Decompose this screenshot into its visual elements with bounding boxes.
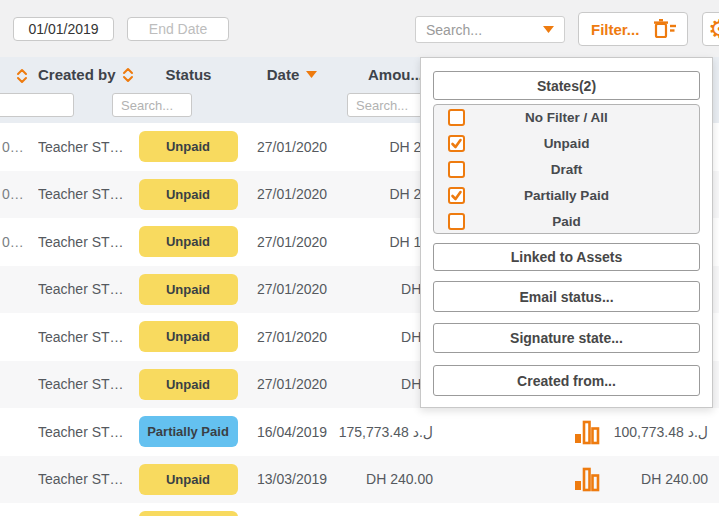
filter-button-label: Filter... xyxy=(591,21,639,38)
start-date-input[interactable] xyxy=(13,17,114,41)
column-search-input[interactable] xyxy=(0,93,74,117)
status-cell: Unpaid xyxy=(138,313,238,361)
checkbox-icon[interactable] xyxy=(448,161,465,178)
toolbar: Search... Filter... ⚙ xyxy=(0,0,719,57)
state-filter-option-label: Draft xyxy=(434,157,699,183)
status-badge: Unpaid xyxy=(139,131,238,162)
amount-cell: DH 240.00 xyxy=(280,456,433,504)
sort-desc-icon xyxy=(306,71,317,78)
invoice-number-cell xyxy=(2,361,34,409)
state-filter-option[interactable]: No Filter / All xyxy=(434,105,699,131)
amount-cell: DH 2... xyxy=(280,123,433,171)
amount-cell: DH... xyxy=(280,313,433,361)
status-badge: Unpaid xyxy=(139,369,238,400)
created-by-cell: Teacher ST… xyxy=(38,171,138,219)
status-badge: Unpaid xyxy=(139,274,238,305)
created-by-cell xyxy=(38,503,138,516)
chevron-down-icon xyxy=(543,26,554,33)
column-header-status[interactable]: Status xyxy=(140,66,237,83)
end-date-input[interactable] xyxy=(127,17,229,41)
status-badge: Unpaid xyxy=(139,179,238,210)
status-cell: Partially Paid xyxy=(138,408,238,456)
date-label: Date xyxy=(267,66,300,83)
created-by-cell: Teacher ST… xyxy=(38,408,138,456)
created-by-cell: Teacher ST… xyxy=(38,313,138,361)
state-filter-option-label: Paid xyxy=(434,209,699,234)
column-header-created-by[interactable]: Created by xyxy=(38,66,134,83)
status-badge: Unpaid xyxy=(139,321,238,352)
invoice-number-cell xyxy=(2,266,34,314)
amount-cell xyxy=(280,503,433,516)
invoice-number-cell: 0… xyxy=(2,171,34,219)
table-row[interactable]: Teacher ST… Unpaid 13/03/2019 DH 240.00 … xyxy=(0,456,719,504)
status-cell: Unpaid xyxy=(138,456,238,504)
status-cell: Unpaid xyxy=(138,123,238,171)
amount-cell: DH... xyxy=(280,361,433,409)
amount-cell: ل.د 175,773.48 xyxy=(280,408,433,456)
gear-icon: ⚙ xyxy=(708,16,719,42)
status-badge: Unpaid xyxy=(139,226,238,257)
clear-filter-icon xyxy=(653,19,677,39)
checkbox-icon[interactable] xyxy=(448,213,465,230)
invoice-number-cell xyxy=(2,456,34,504)
table-row[interactable]: Teacher ST… Partially Paid 16/04/2019 ل.… xyxy=(0,408,719,456)
created-by-cell: Teacher ST… xyxy=(38,456,138,504)
email-status-button[interactable]: Email status... xyxy=(433,281,700,312)
amount-due-cell: ل.د 100,773.48 xyxy=(538,408,708,456)
status-cell: Unpaid xyxy=(138,503,238,516)
created-by-cell: Teacher ST… xyxy=(38,361,138,409)
invoice-number-cell xyxy=(2,313,34,361)
created-by-cell: Teacher ST… xyxy=(38,123,138,171)
created-from-button[interactable]: Created from... xyxy=(433,365,700,396)
invoice-number-cell xyxy=(2,408,34,456)
amount-due-cell: DH 240.00 xyxy=(538,456,708,504)
toolbar-search-select[interactable]: Search... xyxy=(415,16,565,43)
invoice-number-cell: 0… xyxy=(2,123,34,171)
column-header-date[interactable]: Date xyxy=(248,66,336,83)
amount-due-cell xyxy=(538,503,708,516)
state-filter-option[interactable]: Draft xyxy=(434,157,699,183)
amount-cell: DH... xyxy=(280,266,433,314)
column-header-amount[interactable]: Amou... xyxy=(368,66,423,83)
signature-state-button[interactable]: Signature state... xyxy=(433,323,700,353)
status-badge: Unpaid xyxy=(139,464,238,495)
invoice-number-cell xyxy=(2,503,34,516)
checkbox-icon[interactable] xyxy=(448,187,465,204)
filter-button[interactable]: Filter... xyxy=(578,12,688,46)
state-filter-option[interactable]: Partially Paid xyxy=(434,183,699,209)
invoice-number-cell: 0… xyxy=(2,218,34,266)
settings-button[interactable]: ⚙ xyxy=(702,12,719,46)
status-badge: Partially Paid xyxy=(139,416,238,447)
linked-to-assets-button[interactable]: Linked to Assets xyxy=(433,243,700,271)
created-by-label: Created by xyxy=(38,66,116,83)
status-cell: Unpaid xyxy=(138,266,238,314)
sort-icon[interactable] xyxy=(122,67,134,83)
amount-cell: DH 1... xyxy=(280,218,433,266)
checkbox-icon[interactable] xyxy=(448,135,465,152)
amount-search-input[interactable] xyxy=(347,93,425,117)
states-button[interactable]: States(2) xyxy=(433,71,700,100)
created-by-cell: Teacher ST… xyxy=(38,218,138,266)
toolbar-search-placeholder: Search... xyxy=(426,22,543,38)
status-cell: Unpaid xyxy=(138,218,238,266)
invoices-screen: Search... Filter... ⚙ Created by Status xyxy=(0,0,719,516)
state-filter-option-label: Partially Paid xyxy=(434,183,699,209)
filter-dropdown-panel: States(2) No Filter / All Unpaid Draft P… xyxy=(420,57,713,408)
state-filter-option[interactable]: Unpaid xyxy=(434,131,699,157)
created-by-search-input[interactable] xyxy=(112,93,192,117)
state-filter-option-label: Unpaid xyxy=(434,131,699,157)
status-cell: Unpaid xyxy=(138,171,238,219)
state-filter-option-label: No Filter / All xyxy=(434,105,699,131)
sort-icon[interactable] xyxy=(16,68,28,88)
created-by-cell: Teacher ST… xyxy=(38,266,138,314)
amount-cell: DH 2... xyxy=(280,171,433,219)
status-cell: Unpaid xyxy=(138,361,238,409)
table-row[interactable]: Unpaid xyxy=(0,503,719,516)
status-badge: Unpaid xyxy=(139,511,238,516)
states-option-list: No Filter / All Unpaid Draft Partially P… xyxy=(433,104,700,234)
checkbox-icon[interactable] xyxy=(448,109,465,126)
state-filter-option[interactable]: Paid xyxy=(434,209,699,234)
